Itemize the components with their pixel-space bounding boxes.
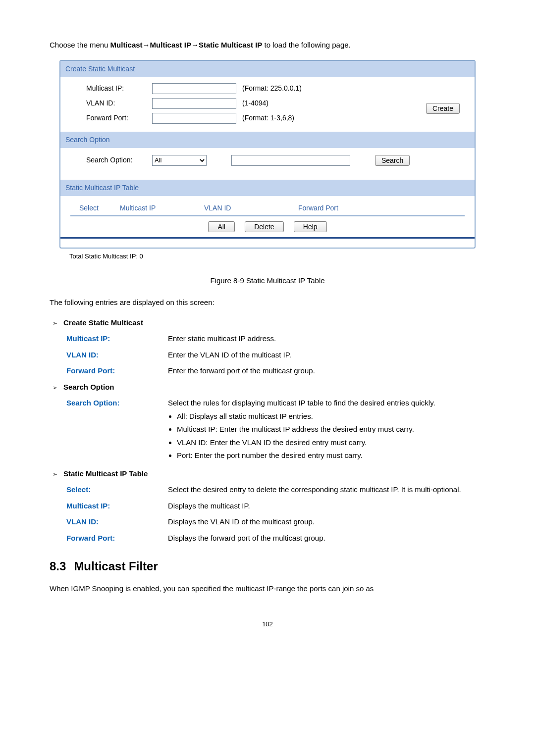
help-button[interactable]: Help bbox=[294, 221, 327, 232]
desc-multicast-ip: Enter static multicast IP address. bbox=[168, 333, 485, 345]
search-button[interactable]: Search bbox=[375, 155, 410, 166]
search-option-label: Search Option: bbox=[70, 155, 152, 165]
all-button[interactable]: All bbox=[208, 221, 235, 232]
search-section-header: Search Option bbox=[60, 132, 475, 148]
page-number: 102 bbox=[50, 619, 485, 629]
chevron-icon: ➢ bbox=[50, 470, 63, 479]
desc-table-vlan: Displays the VLAN ID of the multicast gr… bbox=[168, 516, 485, 528]
desc-table-port: Displays the forward port of the multica… bbox=[168, 533, 485, 544]
desc-forward-port: Enter the forward port of the multicast … bbox=[168, 365, 485, 377]
create-form-area: Multicast IP: (Format: 225.0.0.1) VLAN I… bbox=[70, 81, 465, 126]
desc-table-mip: Displays the multicast IP. bbox=[168, 501, 485, 512]
section-body: When IGMP Snooping is enabled, you can s… bbox=[50, 583, 485, 595]
create-button[interactable]: Create bbox=[426, 103, 460, 114]
group-create-title: Create Static Multicast bbox=[63, 317, 143, 329]
search-text-input[interactable] bbox=[231, 155, 350, 166]
forward-port-hint: (Format: 1-3,6,8) bbox=[236, 113, 294, 123]
term-table-mip: Multicast IP: bbox=[66, 501, 168, 512]
chevron-icon: ➢ bbox=[50, 383, 63, 392]
col-multicast-ip: Multicast IP bbox=[120, 203, 204, 213]
entries-intro: The following entries are displayed on t… bbox=[50, 297, 485, 308]
table-column-header: Select Multicast IP VLAN ID Forward Port bbox=[70, 200, 465, 216]
term-table-port: Forward Port: bbox=[66, 533, 168, 544]
search-bullet-mip: Multicast IP: Enter the multicast IP add… bbox=[177, 424, 485, 435]
chevron-icon: ➢ bbox=[50, 319, 63, 328]
forward-port-label: Forward Port: bbox=[70, 113, 152, 123]
term-search-option: Search Option: bbox=[66, 398, 168, 409]
multicast-ip-label: Multicast IP: bbox=[70, 83, 152, 94]
panel-divider bbox=[60, 237, 475, 239]
group-table-title: Static Multicast IP Table bbox=[63, 468, 148, 480]
term-forward-port: Forward Port: bbox=[66, 365, 168, 377]
multicast-ip-hint: (Format: 225.0.0.1) bbox=[236, 83, 302, 94]
term-table-vlan: VLAN ID: bbox=[66, 516, 168, 528]
total-count: Total Static Multicast IP: 0 bbox=[69, 252, 485, 261]
col-vlan-id: VLAN ID bbox=[204, 203, 298, 213]
term-vlan-id: VLAN ID: bbox=[66, 350, 168, 361]
table-actions: All Delete Help bbox=[70, 216, 465, 236]
col-select: Select bbox=[70, 203, 120, 213]
search-bullet-all: All: Displays all static multicast IP en… bbox=[177, 411, 485, 422]
delete-button[interactable]: Delete bbox=[245, 221, 283, 232]
forward-port-input[interactable] bbox=[152, 113, 236, 124]
desc-select: Select the desired entry to delete the c… bbox=[168, 484, 485, 496]
group-search-title: Search Option bbox=[63, 382, 114, 393]
table-section-header: Static Multicast IP Table bbox=[60, 180, 475, 196]
desc-search-option: Select the rules for displaying multicas… bbox=[168, 398, 485, 463]
term-multicast-ip: Multicast IP: bbox=[66, 333, 168, 345]
vlan-id-label: VLAN ID: bbox=[70, 98, 152, 108]
section-heading: 8.3Multicast Filter bbox=[50, 557, 485, 575]
config-panel: Create Static Multicast Multicast IP: (F… bbox=[59, 60, 476, 249]
search-option-select[interactable]: All bbox=[152, 155, 207, 166]
col-forward-port: Forward Port bbox=[298, 203, 465, 213]
vlan-id-input[interactable] bbox=[152, 98, 236, 109]
search-bullet-vlan: VLAN ID: Enter the VLAN ID the desired e… bbox=[177, 437, 485, 449]
vlan-id-hint: (1-4094) bbox=[236, 98, 268, 108]
term-select: Select: bbox=[66, 484, 168, 496]
menu-path-instruction: Choose the menu Multicast→Multicast IP→S… bbox=[50, 40, 485, 51]
search-bullet-port: Port: Enter the port number the desired … bbox=[177, 450, 485, 461]
figure-caption: Figure 8-9 Static Multicast IP Table bbox=[50, 275, 485, 287]
create-section-header: Create Static Multicast bbox=[60, 61, 475, 77]
multicast-ip-input[interactable] bbox=[152, 83, 236, 94]
desc-vlan-id: Enter the VLAN ID of the multicast IP. bbox=[168, 350, 485, 361]
